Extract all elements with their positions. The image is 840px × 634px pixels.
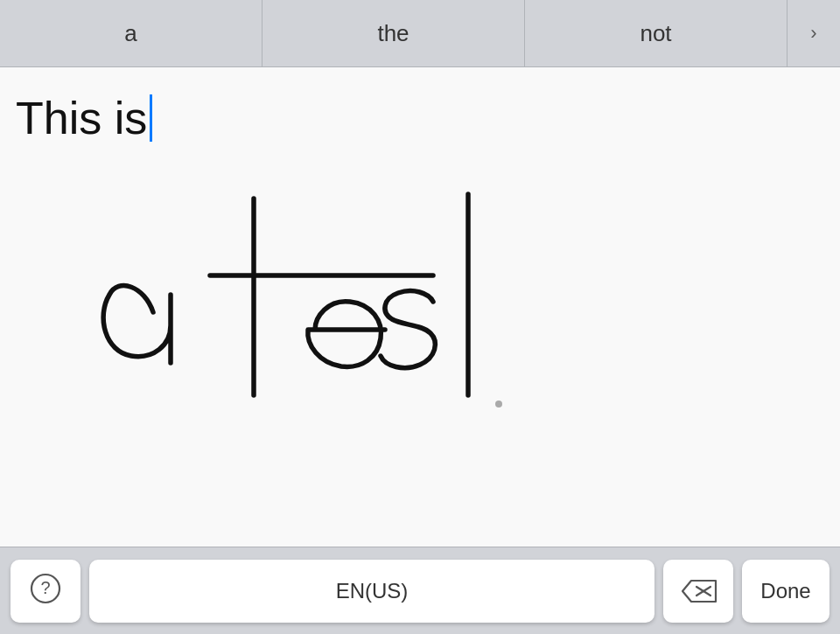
typed-text-display: This is bbox=[16, 92, 152, 144]
suggestion-next-arrow[interactable]: › bbox=[788, 0, 840, 66]
keyboard-bar: ? EN(US) Done bbox=[0, 547, 840, 634]
delete-icon bbox=[679, 577, 718, 605]
svg-point-0 bbox=[495, 401, 502, 408]
language-button[interactable]: EN(US) bbox=[89, 560, 654, 623]
text-cursor bbox=[150, 94, 152, 142]
help-icon: ? bbox=[30, 573, 61, 610]
delete-button[interactable] bbox=[663, 560, 733, 623]
svg-text:?: ? bbox=[40, 578, 50, 597]
done-button[interactable]: Done bbox=[742, 560, 830, 623]
suggestion-bar: a the not › bbox=[0, 0, 840, 67]
suggestion-the[interactable]: the bbox=[262, 0, 525, 66]
writing-area[interactable]: This is bbox=[0, 67, 840, 547]
help-button[interactable]: ? bbox=[10, 560, 80, 623]
handwriting-canvas[interactable] bbox=[70, 146, 682, 452]
suggestion-a[interactable]: a bbox=[0, 0, 262, 66]
suggestion-not[interactable]: not bbox=[525, 0, 788, 66]
